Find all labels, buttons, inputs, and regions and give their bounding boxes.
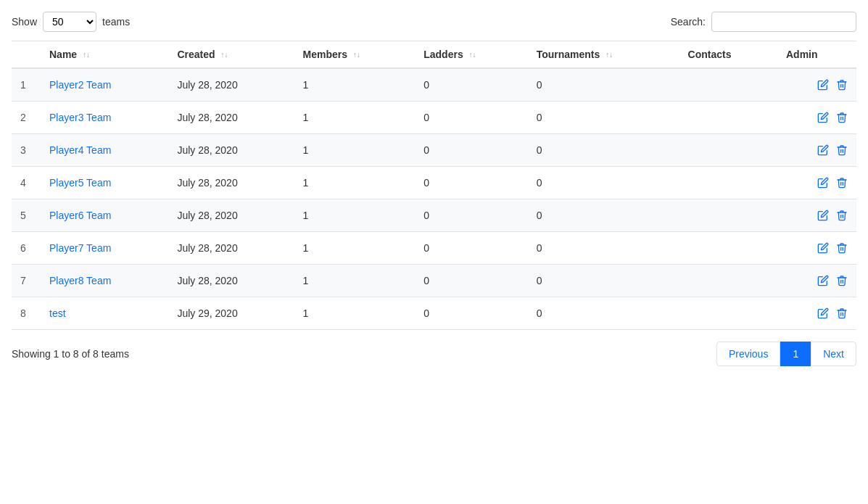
delete-button[interactable] xyxy=(836,79,848,91)
row-index: 7 xyxy=(12,265,41,297)
pencil-icon xyxy=(817,177,829,189)
table-row: 2 Player3 Team July 28, 2020 1 0 0 xyxy=(12,102,856,134)
team-admin-actions xyxy=(777,265,856,297)
edit-button[interactable] xyxy=(817,112,829,123)
team-admin-actions xyxy=(777,102,856,134)
edit-button[interactable] xyxy=(817,210,829,221)
team-contacts xyxy=(679,68,777,102)
delete-button[interactable] xyxy=(836,275,848,286)
trash-icon xyxy=(836,144,848,156)
toolbar: Show 50 10 25 100 teams Search: xyxy=(12,12,856,32)
trash-icon xyxy=(836,275,848,286)
team-name-link[interactable]: test xyxy=(49,307,66,319)
team-name-link[interactable]: Player3 Team xyxy=(49,112,111,123)
team-admin-actions xyxy=(777,297,856,330)
team-ladders: 0 xyxy=(415,167,527,199)
trash-icon xyxy=(836,242,848,254)
created-sort-icon[interactable]: ↑↓ xyxy=(220,51,228,59)
team-tournaments: 0 xyxy=(528,68,679,102)
team-name-cell: Player3 Team xyxy=(41,102,168,134)
table-row: 3 Player4 Team July 28, 2020 1 0 0 xyxy=(12,134,856,167)
team-contacts xyxy=(679,167,777,199)
col-tournaments[interactable]: Tournaments ↑↓ xyxy=(528,41,679,69)
delete-button[interactable] xyxy=(836,177,848,189)
search-label: Search: xyxy=(671,16,706,28)
search-input[interactable] xyxy=(711,12,856,32)
edit-button[interactable] xyxy=(817,79,829,91)
trash-icon xyxy=(836,210,848,221)
next-button[interactable]: Next xyxy=(811,342,856,366)
search-section: Search: xyxy=(671,12,856,32)
team-created: July 28, 2020 xyxy=(168,68,294,102)
delete-button[interactable] xyxy=(836,210,848,221)
team-contacts xyxy=(679,102,777,134)
team-admin-actions xyxy=(777,68,856,102)
delete-button[interactable] xyxy=(836,242,848,254)
team-tournaments: 0 xyxy=(528,167,679,199)
page-1-button[interactable]: 1 xyxy=(780,342,811,366)
team-name-link[interactable]: Player7 Team xyxy=(49,242,111,254)
team-admin-actions xyxy=(777,167,856,199)
team-members: 1 xyxy=(294,265,415,297)
team-ladders: 0 xyxy=(415,102,527,134)
team-name-link[interactable]: Player8 Team xyxy=(49,275,111,286)
team-name-link[interactable]: Player2 Team xyxy=(49,79,111,91)
col-index xyxy=(12,41,41,69)
team-name-cell: Player7 Team xyxy=(41,232,168,265)
row-index: 4 xyxy=(12,167,41,199)
team-created: July 28, 2020 xyxy=(168,232,294,265)
col-members[interactable]: Members ↑↓ xyxy=(294,41,415,69)
team-admin-actions xyxy=(777,199,856,232)
edit-button[interactable] xyxy=(817,275,829,286)
team-name-cell: Player6 Team xyxy=(41,199,168,232)
show-select[interactable]: 50 10 25 100 xyxy=(43,12,96,32)
name-sort-icon[interactable]: ↑↓ xyxy=(83,51,90,59)
team-admin-actions xyxy=(777,134,856,167)
team-tournaments: 0 xyxy=(528,265,679,297)
team-members: 1 xyxy=(294,297,415,330)
ladders-sort-icon[interactable]: ↑↓ xyxy=(469,51,476,59)
team-members: 1 xyxy=(294,102,415,134)
row-index: 8 xyxy=(12,297,41,330)
tournaments-sort-icon[interactable]: ↑↓ xyxy=(605,51,613,59)
team-ladders: 0 xyxy=(415,265,527,297)
team-ladders: 0 xyxy=(415,232,527,265)
team-name-cell: test xyxy=(41,297,168,330)
previous-button[interactable]: Previous xyxy=(716,342,780,366)
col-ladders[interactable]: Ladders ↑↓ xyxy=(415,41,527,69)
row-index: 6 xyxy=(12,232,41,265)
pencil-icon xyxy=(817,144,829,156)
pagination: Previous 1 Next xyxy=(716,342,856,366)
team-name-link[interactable]: Player4 Team xyxy=(49,144,111,156)
show-section: Show 50 10 25 100 teams xyxy=(12,12,130,32)
edit-button[interactable] xyxy=(817,307,829,319)
col-contacts: Contacts xyxy=(679,41,777,69)
col-name[interactable]: Name ↑↓ xyxy=(41,41,168,69)
trash-icon xyxy=(836,112,848,123)
row-index: 1 xyxy=(12,68,41,102)
team-tournaments: 0 xyxy=(528,232,679,265)
col-created[interactable]: Created ↑↓ xyxy=(168,41,294,69)
team-members: 1 xyxy=(294,167,415,199)
col-admin: Admin xyxy=(777,41,856,69)
team-members: 1 xyxy=(294,134,415,167)
delete-button[interactable] xyxy=(836,307,848,319)
team-name-cell: Player5 Team xyxy=(41,167,168,199)
edit-button[interactable] xyxy=(817,177,829,189)
delete-button[interactable] xyxy=(836,112,848,123)
members-sort-icon[interactable]: ↑↓ xyxy=(353,51,360,59)
team-name-link[interactable]: Player5 Team xyxy=(49,177,111,189)
team-contacts xyxy=(679,232,777,265)
pencil-icon xyxy=(817,307,829,319)
team-admin-actions xyxy=(777,232,856,265)
edit-button[interactable] xyxy=(817,242,829,254)
row-index: 2 xyxy=(12,102,41,134)
team-name-link[interactable]: Player6 Team xyxy=(49,210,111,221)
pencil-icon xyxy=(817,79,829,91)
team-name-cell: Player2 Team xyxy=(41,68,168,102)
teams-table: Name ↑↓ Created ↑↓ Members ↑↓ Ladders ↑↓… xyxy=(12,41,856,330)
edit-button[interactable] xyxy=(817,144,829,156)
team-members: 1 xyxy=(294,232,415,265)
delete-button[interactable] xyxy=(836,144,848,156)
table-row: 6 Player7 Team July 28, 2020 1 0 0 xyxy=(12,232,856,265)
